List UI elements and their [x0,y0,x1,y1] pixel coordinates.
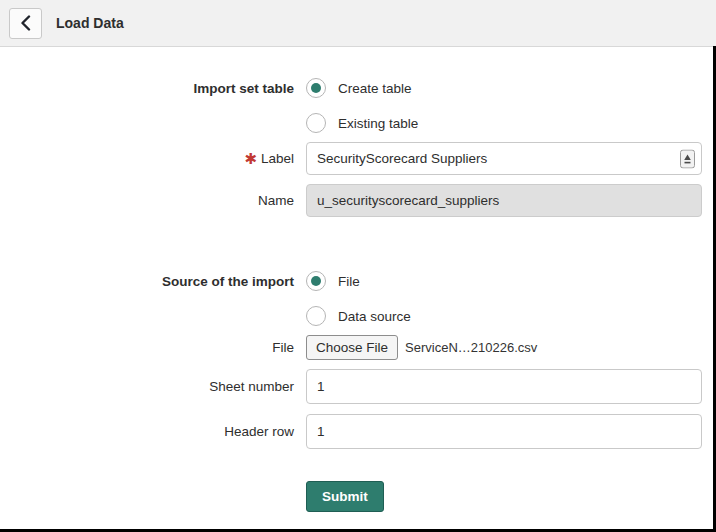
create-table-radio[interactable] [306,78,326,98]
sheet-number-input[interactable] [306,369,702,404]
radio-option-data-source[interactable]: Data source [306,304,411,328]
chosen-file-name: ServiceN…210226.csv [405,340,537,355]
source-of-import-row: Source of the import File [0,269,716,293]
data-source-row: Data source [0,304,716,328]
required-icon: ✱ [244,150,257,167]
header-row-label: Header row [0,424,306,439]
choose-file-button[interactable]: Choose File [306,335,398,360]
label-field-row: ✱Label [0,142,716,175]
header-row-input[interactable] [306,414,702,449]
file-radio[interactable] [306,271,326,291]
data-source-radio[interactable] [306,306,326,326]
file-field-row: File Choose File ServiceN…210226.csv [0,335,716,360]
source-of-import-label: Source of the import [0,274,306,289]
radio-dot [311,276,321,286]
existing-table-radio-label[interactable]: Existing table [338,116,418,131]
file-radio-label[interactable]: File [338,274,360,289]
file-field-label: File [0,340,306,355]
sheet-number-row: Sheet number [0,369,716,404]
existing-table-row: Existing table [0,111,716,135]
name-input [306,184,702,217]
submit-button[interactable]: Submit [306,481,384,512]
page-title: Load Data [56,15,124,31]
load-data-form: Import set table Create table Existing t… [0,76,716,512]
import-set-table-row: Import set table Create table [0,76,716,100]
label-input[interactable] [306,142,702,175]
import-set-table-label: Import set table [0,81,306,96]
submit-row: Submit [0,481,716,512]
header-row-row: Header row [0,414,716,449]
radio-option-create-table[interactable]: Create table [306,76,412,100]
existing-table-radio[interactable] [306,113,326,133]
header-bar: Load Data [0,0,716,47]
label-field-label: ✱Label [0,150,306,168]
chevron-left-icon [20,15,31,31]
radio-option-file[interactable]: File [306,269,360,293]
back-button[interactable] [9,8,42,39]
name-field-row: Name [0,184,716,217]
radio-option-existing-table[interactable]: Existing table [306,111,418,135]
name-field-label: Name [0,193,306,208]
sheet-number-label: Sheet number [0,379,306,394]
create-table-radio-label[interactable]: Create table [338,81,412,96]
data-source-radio-label[interactable]: Data source [338,309,411,324]
radio-dot [311,83,321,93]
